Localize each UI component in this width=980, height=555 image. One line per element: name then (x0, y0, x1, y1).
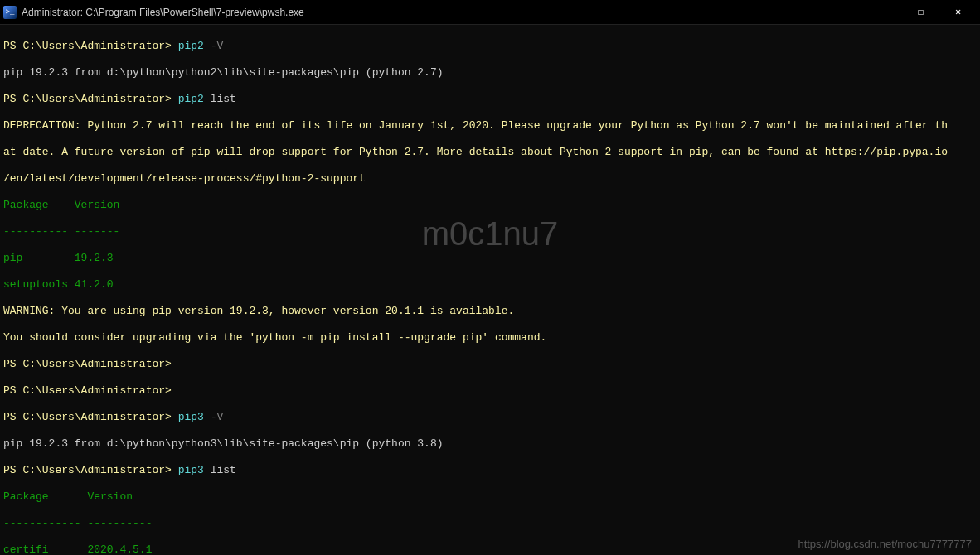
table-divider: ---------- ------- (3, 225, 977, 239)
deprecation-warning: DEPRECATION: Python 2.7 will reach the e… (3, 119, 977, 133)
warning-line: WARNING: You are using pip version 19.2.… (3, 305, 977, 318)
table-divider: ------------ ---------- (3, 517, 977, 530)
deprecation-warning: at date. A future version of pip will dr… (3, 146, 977, 159)
package-row: pip 19.2.3 (3, 252, 977, 265)
warning-line: You should consider upgrading via the 'p… (3, 331, 977, 345)
arg: list (211, 464, 236, 476)
minimize-button[interactable]: — (865, 0, 902, 25)
arg: list (211, 93, 236, 105)
command: pip2 (178, 40, 211, 52)
prompt: PS C:\Users\Administrator> (3, 464, 178, 476)
window-titlebar: >_ Administrator: C:\Program Files\Power… (0, 0, 980, 25)
flag: -V (211, 40, 224, 52)
prompt: PS C:\Users\Administrator> (3, 358, 977, 371)
package-row: setuptools 41.2.0 (3, 278, 977, 292)
terminal-output[interactable]: PS C:\Users\Administrator> pip2 -V pip 1… (0, 25, 980, 555)
table-header: Package Version (3, 490, 977, 504)
maximize-button[interactable]: ☐ (902, 0, 939, 25)
table-header: Package Version (3, 199, 977, 212)
powershell-icon: >_ (3, 6, 17, 19)
command: pip2 (178, 93, 211, 105)
deprecation-warning: /en/latest/development/release-process/#… (3, 172, 977, 186)
window-title: Administrator: C:\Program Files\PowerShe… (22, 7, 304, 18)
close-button[interactable]: ✕ (939, 0, 977, 25)
command: pip3 (178, 411, 211, 423)
prompt: PS C:\Users\Administrator> (3, 411, 178, 423)
prompt: PS C:\Users\Administrator> (3, 40, 178, 52)
command: pip3 (178, 464, 211, 476)
titlebar-left: >_ Administrator: C:\Program Files\Power… (3, 6, 304, 19)
prompt: PS C:\Users\Administrator> (3, 93, 178, 105)
output-line: pip 19.2.3 from d:\python\python2\lib\si… (3, 66, 977, 80)
output-line: pip 19.2.3 from d:\python\python3\lib\si… (3, 437, 977, 451)
window-controls: — ☐ ✕ (865, 0, 977, 25)
flag: -V (211, 411, 224, 423)
prompt: PS C:\Users\Administrator> (3, 384, 977, 398)
footer-url: https://blog.csdn.net/mochu7777777 (798, 538, 972, 550)
